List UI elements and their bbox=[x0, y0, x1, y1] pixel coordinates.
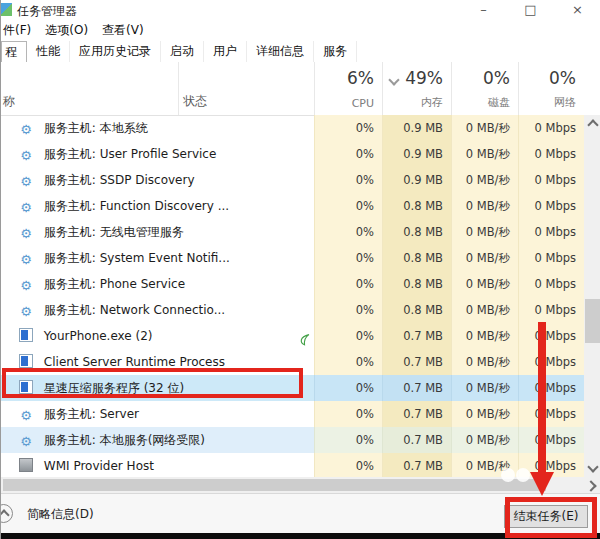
disk-value: 0 MB/秒 bbox=[451, 193, 518, 219]
column-header-status[interactable]: 状态 bbox=[183, 93, 207, 110]
network-value: 0 Mbps bbox=[518, 193, 584, 219]
disk-value: 0 MB/秒 bbox=[451, 141, 518, 167]
process-name: 服务主机: SSDP Discovery bbox=[44, 173, 195, 187]
table-row[interactable]: Client Server Runtime Process 0% 0.7 MB … bbox=[1, 349, 584, 375]
cpu-value: 0% bbox=[314, 297, 382, 323]
tab-processes[interactable]: 程 bbox=[1, 41, 27, 63]
column-header-name[interactable]: 称 bbox=[3, 93, 15, 110]
scroll-down-icon[interactable] bbox=[587, 461, 598, 472]
fewer-details-icon[interactable] bbox=[0, 504, 13, 523]
process-name: 服务主机: Phone Service bbox=[44, 277, 185, 291]
cpu-total-value: 6% bbox=[347, 68, 374, 88]
table-row[interactable]: 服务主机: 无线电管理服务 0% 0.8 MB 0 MB/秒 0 Mbps bbox=[1, 219, 584, 245]
title-bar: 任务管理器 – □ × bbox=[1, 0, 600, 20]
process-icon bbox=[19, 435, 33, 449]
status-bar: 简略信息(D) 结束任务(E) bbox=[1, 493, 600, 534]
table-row[interactable]: YourPhone.exe (2) 0% 0.7 MB 0 MB/秒 0 Mbp… bbox=[1, 323, 584, 349]
horizontal-scrollbar-thumb[interactable] bbox=[3, 479, 546, 491]
cpu-value: 0% bbox=[314, 271, 382, 297]
scroll-right-icon[interactable] bbox=[585, 480, 596, 491]
cpu-value: 0% bbox=[314, 167, 382, 193]
table-row[interactable]: 服务主机: 本地系统 0% 0.9 MB 0 MB/秒 0 Mbps bbox=[1, 115, 584, 141]
network-label: 网络 bbox=[554, 95, 576, 110]
cpu-value: 0% bbox=[314, 245, 382, 271]
process-name-cell: 服务主机: User Profile Service bbox=[1, 141, 314, 167]
memory-value: 0.8 MB bbox=[382, 245, 451, 271]
network-value: 0 Mbps bbox=[518, 219, 584, 245]
minimize-button[interactable]: – bbox=[460, 0, 507, 20]
network-value: 0 Mbps bbox=[518, 141, 584, 167]
memory-value: 0.8 MB bbox=[382, 297, 451, 323]
tab-performance[interactable]: 性能 bbox=[27, 41, 70, 62]
table-row[interactable]: 服务主机: System Event Notifi... 0% 0.8 MB 0… bbox=[1, 245, 584, 271]
tab-startup[interactable]: 启动 bbox=[161, 41, 204, 62]
menu-bar: 件(F) 选项(O) 查看(V) bbox=[1, 22, 600, 39]
process-name-cell: WMI Provider Host bbox=[1, 453, 314, 479]
table-row[interactable]: 星速压缩服务程序 (32 位) 0% 0.7 MB 0 MB/秒 0 Mbps bbox=[1, 375, 584, 401]
process-icon bbox=[19, 149, 33, 163]
table-row[interactable]: 服务主机: SSDP Discovery 0% 0.9 MB 0 MB/秒 0 … bbox=[1, 167, 584, 193]
vertical-scrollbar-thumb[interactable] bbox=[585, 299, 600, 343]
memory-value: 0.7 MB bbox=[382, 323, 451, 349]
tab-app-history[interactable]: 应用历史记录 bbox=[70, 41, 161, 62]
column-header-network[interactable]: 0% 网络 bbox=[518, 62, 584, 115]
disk-value: 0 MB/秒 bbox=[451, 323, 518, 349]
header-separator bbox=[178, 62, 179, 115]
memory-value: 0.7 MB bbox=[382, 375, 451, 401]
process-name: 服务主机: 本地服务(网络受限) bbox=[44, 433, 205, 447]
tab-services[interactable]: 服务 bbox=[314, 41, 357, 62]
bottom-edge bbox=[1, 533, 600, 539]
menu-file[interactable]: 件(F) bbox=[3, 22, 31, 39]
cpu-value: 0% bbox=[314, 193, 382, 219]
tab-users[interactable]: 用户 bbox=[204, 41, 247, 62]
disk-value: 0 MB/秒 bbox=[451, 245, 518, 271]
cpu-value: 0% bbox=[314, 141, 382, 167]
table-row[interactable]: 服务主机: Function Discovery ... 0% 0.8 MB 0… bbox=[1, 193, 584, 219]
watermark-circle bbox=[516, 468, 530, 482]
cpu-value: 0% bbox=[314, 349, 382, 375]
disk-value: 0 MB/秒 bbox=[451, 427, 518, 453]
process-name-cell: 服务主机: Phone Service bbox=[1, 271, 314, 297]
cpu-value: 0% bbox=[314, 323, 382, 349]
memory-value: 0.7 MB bbox=[382, 401, 451, 427]
network-total-value: 0% bbox=[549, 68, 576, 88]
cpu-value: 0% bbox=[314, 453, 382, 479]
scroll-up-icon[interactable] bbox=[587, 119, 598, 130]
memory-value: 0.8 MB bbox=[382, 219, 451, 245]
table-row[interactable]: WMI Provider Host 0% 0.7 MB 0 MB/秒 0 Mbp… bbox=[1, 453, 584, 479]
process-name: 服务主机: 无线电管理服务 bbox=[44, 225, 184, 239]
cpu-value: 0% bbox=[314, 427, 382, 453]
vertical-scrollbar[interactable] bbox=[584, 115, 600, 477]
disk-label: 磁盘 bbox=[488, 95, 510, 110]
column-header-cpu[interactable]: 6% CPU bbox=[314, 62, 382, 115]
column-header-disk[interactable]: 0% 磁盘 bbox=[451, 62, 518, 115]
menu-options[interactable]: 选项(O) bbox=[45, 22, 88, 39]
maximize-button[interactable]: □ bbox=[507, 0, 554, 20]
process-name-cell: 服务主机: Server bbox=[1, 401, 314, 427]
process-list: 服务主机: 本地系统 0% 0.9 MB 0 MB/秒 0 Mbps 服务主机:… bbox=[1, 115, 584, 479]
cpu-label: CPU bbox=[352, 97, 374, 110]
table-row[interactable]: 服务主机: Network Connectio... 0% 0.8 MB 0 M… bbox=[1, 297, 584, 323]
process-name-cell: 服务主机: Function Discovery ... bbox=[1, 193, 314, 219]
table-row[interactable]: 服务主机: Phone Service 0% 0.8 MB 0 MB/秒 0 M… bbox=[1, 271, 584, 297]
window-controls: – □ × bbox=[460, 0, 600, 20]
table-row[interactable]: 服务主机: Server 0% 0.7 MB 0 MB/秒 0 Mbps bbox=[1, 401, 584, 427]
tab-bar: 程 性能 应用历史记录 启动 用户 详细信息 服务 bbox=[1, 41, 600, 63]
sort-descending-icon bbox=[388, 74, 399, 85]
fewer-details-toggle[interactable]: 简略信息(D) bbox=[27, 506, 94, 523]
process-name-cell: 服务主机: 本地系统 bbox=[1, 115, 314, 141]
memory-value: 0.9 MB bbox=[382, 141, 451, 167]
tab-details[interactable]: 详细信息 bbox=[247, 41, 314, 62]
memory-value: 0.7 MB bbox=[382, 349, 451, 375]
table-row[interactable]: 服务主机: User Profile Service 0% 0.9 MB 0 M… bbox=[1, 141, 584, 167]
network-value: 0 Mbps bbox=[518, 427, 584, 453]
column-header-memory[interactable]: 49% 内存 bbox=[382, 62, 451, 115]
close-button[interactable]: × bbox=[554, 0, 600, 20]
network-value: 0 Mbps bbox=[518, 349, 584, 375]
end-task-button[interactable]: 结束任务(E) bbox=[504, 505, 588, 528]
table-row[interactable]: 服务主机: 本地服务(网络受限) 0% 0.7 MB 0 MB/秒 0 Mbps bbox=[1, 427, 584, 453]
memory-value: 0.9 MB bbox=[382, 167, 451, 193]
cpu-value: 0% bbox=[314, 375, 382, 401]
process-name: 服务主机: Server bbox=[44, 407, 139, 421]
menu-view[interactable]: 查看(V) bbox=[102, 22, 144, 39]
